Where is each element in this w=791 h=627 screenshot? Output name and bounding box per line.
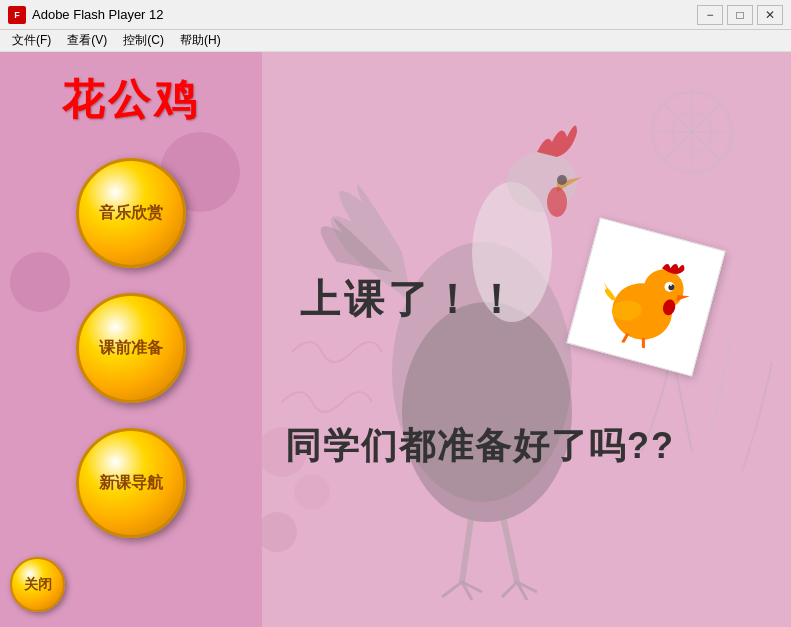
left-panel: 花公鸡 音乐欣赏 课前准备 新课导航 [0, 52, 262, 627]
nav-button[interactable]: 新课导航 [76, 428, 186, 538]
close-window-button[interactable]: ✕ [757, 5, 783, 25]
prepare-button-label: 课前准备 [99, 338, 163, 359]
prepare-button[interactable]: 课前准备 [76, 293, 186, 403]
nav-button-label: 新课导航 [99, 473, 163, 494]
svg-point-16 [294, 474, 330, 510]
main-title: 花公鸡 [62, 72, 200, 128]
app-icon: F [8, 6, 26, 24]
maximize-button[interactable]: □ [727, 5, 753, 25]
app-title: Adobe Flash Player 12 [32, 7, 697, 22]
menu-control[interactable]: 控制(C) [115, 30, 172, 51]
svg-point-2 [402, 302, 572, 522]
text-line1: 上课了！！ [300, 272, 520, 327]
deco-circle-2 [10, 252, 70, 312]
close-button[interactable]: 关闭 [10, 557, 65, 612]
svg-point-6 [547, 187, 567, 217]
text-line2: 同学们都准备好了吗?? [285, 422, 675, 471]
menu-bar: 文件(F) 查看(V) 控制(C) 帮助(H) [0, 30, 791, 52]
music-button[interactable]: 音乐欣赏 [76, 158, 186, 268]
menu-help[interactable]: 帮助(H) [172, 30, 229, 51]
flash-content: 花公鸡 音乐欣赏 课前准备 新课导航 上课了！！ 同学们都准备好了吗?? [0, 52, 791, 627]
music-button-label: 音乐欣赏 [99, 203, 163, 224]
close-button-label: 关闭 [24, 576, 52, 594]
svg-line-25 [620, 333, 628, 349]
svg-point-5 [557, 175, 567, 185]
minimize-button[interactable]: − [697, 5, 723, 25]
cartoon-chicken-svg [585, 236, 707, 358]
window-controls: − □ ✕ [697, 5, 783, 25]
background-art [262, 52, 791, 627]
title-bar: F Adobe Flash Player 12 − □ ✕ [0, 0, 791, 30]
menu-view[interactable]: 查看(V) [59, 30, 115, 51]
svg-line-26 [639, 338, 647, 354]
menu-file[interactable]: 文件(F) [4, 30, 59, 51]
